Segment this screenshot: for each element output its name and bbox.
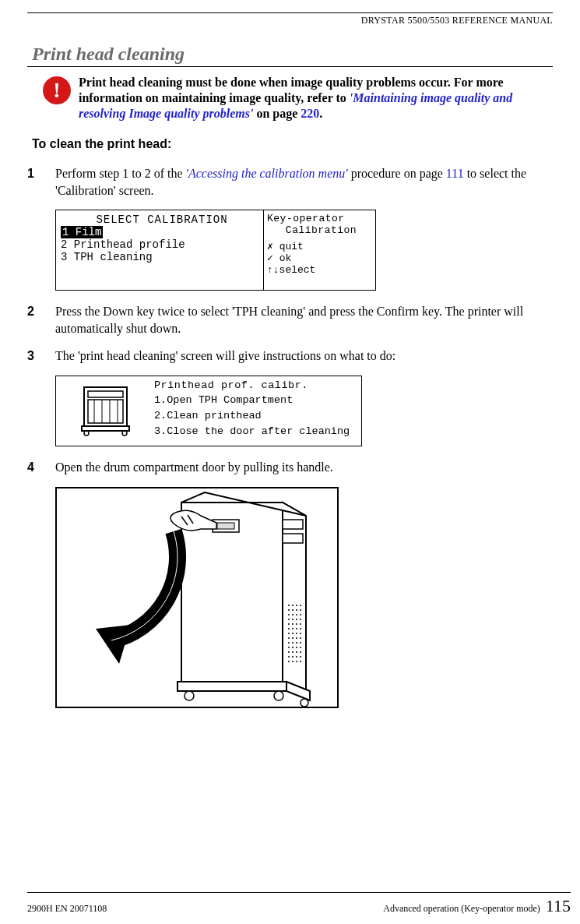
svg-point-48 <box>292 642 294 644</box>
lcd1-action-ok: ✓ ok <box>267 253 375 265</box>
svg-point-33 <box>296 623 297 625</box>
svg-point-44 <box>292 637 294 639</box>
lcd2-title: Printhead prof. calibr. <box>154 379 357 392</box>
svg-point-50 <box>300 642 301 644</box>
svg-point-43 <box>288 637 290 639</box>
svg-point-19 <box>288 609 290 611</box>
svg-point-31 <box>288 623 290 625</box>
svg-rect-67 <box>178 682 286 691</box>
warning-box: ! Print head cleaning must be done when … <box>43 75 553 122</box>
svg-point-66 <box>300 661 301 662</box>
svg-rect-13 <box>283 520 303 529</box>
printer-door-illustration <box>55 487 339 708</box>
footer-left: 2900H EN 20071108 <box>27 903 107 915</box>
svg-point-51 <box>288 647 290 648</box>
svg-point-37 <box>296 628 297 630</box>
svg-point-64 <box>292 661 294 662</box>
header-title: DRYSTAR 5500/5503 REFERENCE MANUAL <box>27 15 553 26</box>
step-number: 3 <box>27 347 41 365</box>
svg-point-32 <box>292 623 294 625</box>
footer-right: Advanced operation (Key-operator mode) <box>383 903 540 914</box>
svg-point-15 <box>288 605 290 606</box>
step-2: 2 Press the Down key twice to select 'TP… <box>27 303 553 337</box>
svg-rect-7 <box>82 426 129 431</box>
svg-point-58 <box>300 651 301 653</box>
svg-point-69 <box>185 691 194 700</box>
svg-point-65 <box>296 661 297 662</box>
svg-point-26 <box>300 614 301 615</box>
svg-point-18 <box>300 605 301 606</box>
svg-rect-1 <box>88 391 123 397</box>
section-heading: Print head cleaning <box>27 44 553 67</box>
svg-point-23 <box>288 614 290 615</box>
svg-point-49 <box>296 642 297 644</box>
step-number: 1 <box>27 165 41 199</box>
step-number: 2 <box>27 303 41 337</box>
svg-marker-11 <box>283 503 306 691</box>
svg-point-21 <box>296 609 297 611</box>
svg-point-27 <box>288 619 290 620</box>
svg-point-25 <box>296 614 297 615</box>
lcd2-line-2: 2.Clean printhead <box>154 410 357 422</box>
svg-point-30 <box>300 619 301 620</box>
page-footer: 2900H EN 20071108 Advanced operation (Ke… <box>0 892 580 916</box>
svg-point-24 <box>292 614 294 615</box>
svg-point-41 <box>296 633 297 634</box>
svg-point-63 <box>288 661 290 662</box>
svg-point-54 <box>300 647 301 648</box>
procedure-subhead: To clean the print head: <box>32 137 553 151</box>
lcd1-item-1: 1 Film <box>61 226 103 238</box>
step1-link[interactable]: 'Accessing the calibration menu' <box>186 167 348 180</box>
svg-point-61 <box>296 656 297 658</box>
svg-point-20 <box>292 609 294 611</box>
step-4: 4 Open the drum compartment door by pull… <box>27 459 553 476</box>
svg-point-57 <box>296 651 297 653</box>
lcd1-item-2: 2 Printhead profile <box>61 238 263 251</box>
svg-point-45 <box>296 637 297 639</box>
lcd1-action-quit: ✗ quit <box>267 242 375 253</box>
lcd1-right-header2: Calibration <box>267 225 375 237</box>
lcd2-printer-icon <box>61 379 154 438</box>
svg-point-29 <box>296 619 297 620</box>
svg-rect-73 <box>217 523 234 529</box>
svg-point-40 <box>292 633 294 634</box>
warning-icon: ! <box>43 76 71 104</box>
svg-point-70 <box>274 691 283 700</box>
lcd1-action-select: ↑↓select <box>267 265 375 277</box>
svg-point-42 <box>300 633 301 634</box>
svg-point-59 <box>288 656 290 658</box>
svg-rect-14 <box>283 534 303 543</box>
svg-point-52 <box>292 647 294 648</box>
lcd2-line-1: 1.Open TPH Compartment <box>154 394 357 407</box>
svg-point-35 <box>288 628 290 630</box>
svg-point-16 <box>292 605 294 606</box>
step-1: 1 Perform step 1 to 2 of the 'Accessing … <box>27 165 553 199</box>
svg-point-62 <box>300 656 301 658</box>
svg-point-60 <box>292 656 294 658</box>
lcd1-title: SELECT CALIBRATION <box>61 213 263 226</box>
step1-page-link[interactable]: 111 <box>446 167 464 180</box>
step-3: 3 The 'print head cleaning' screen will … <box>27 347 553 365</box>
svg-point-71 <box>301 699 308 707</box>
lcd1-right-header1: Key-operator <box>267 213 375 225</box>
step-number: 4 <box>27 459 41 476</box>
page-number: 115 <box>546 896 571 915</box>
svg-point-53 <box>296 647 297 648</box>
svg-point-38 <box>300 628 301 630</box>
lcd-screenshot-calibration: SELECT CALIBRATION 1 Film 2 Printhead pr… <box>55 210 376 291</box>
svg-point-56 <box>292 651 294 653</box>
svg-point-47 <box>288 642 290 644</box>
lcd1-item-3: 3 TPH cleaning <box>61 251 263 263</box>
svg-point-46 <box>300 637 301 639</box>
svg-point-39 <box>288 633 290 634</box>
svg-point-22 <box>300 609 301 611</box>
lcd2-line-3: 3.Close the door after cleaning <box>154 425 357 438</box>
svg-point-36 <box>292 628 294 630</box>
svg-rect-0 <box>84 387 127 426</box>
warning-text: Print head cleaning must be done when im… <box>79 75 553 122</box>
warning-page-link[interactable]: 220 <box>301 107 319 120</box>
svg-point-17 <box>296 605 297 606</box>
svg-point-55 <box>288 651 290 653</box>
svg-point-34 <box>300 623 301 625</box>
svg-point-28 <box>292 619 294 620</box>
